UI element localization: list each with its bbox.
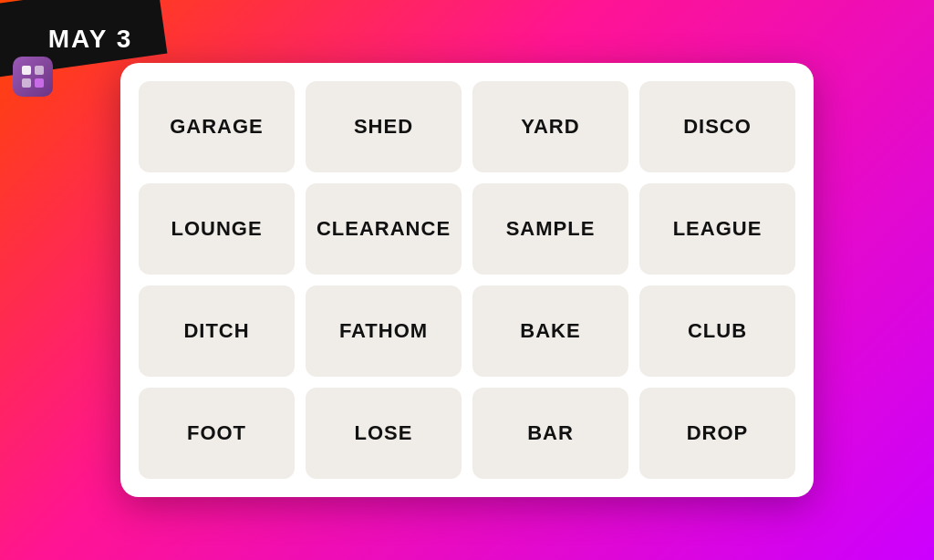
cell-lounge[interactable]: LOUNGE: [139, 183, 295, 275]
cell-label-lounge: LOUNGE: [171, 217, 262, 241]
app-icon-svg: [20, 64, 46, 89]
cell-label-yard: YARD: [521, 115, 579, 139]
cell-lose[interactable]: LOSE: [306, 388, 462, 479]
svg-rect-0: [22, 66, 31, 75]
cell-label-lose: LOSE: [355, 421, 413, 445]
cell-bar[interactable]: BAR: [472, 388, 628, 479]
cell-club[interactable]: CLUB: [639, 285, 795, 377]
cell-label-ditch: DITCH: [183, 319, 249, 343]
cell-clearance[interactable]: CLEARANCE: [306, 183, 462, 275]
cell-disco[interactable]: DISCO: [639, 81, 795, 172]
date-text: MAY 3: [48, 25, 133, 54]
cell-foot[interactable]: FOOT: [139, 388, 295, 479]
cell-ditch[interactable]: DITCH: [139, 285, 295, 377]
cell-shed[interactable]: SHED: [306, 81, 462, 172]
cell-label-clearance: CLEARANCE: [317, 217, 451, 241]
cell-bake[interactable]: BAKE: [472, 285, 628, 377]
cell-league[interactable]: LEAGUE: [639, 183, 795, 275]
cell-label-shed: SHED: [354, 115, 413, 139]
cell-sample[interactable]: SAMPLE: [472, 183, 628, 275]
word-grid: GARAGESHEDYARDDISCOLOUNGECLEARANCESAMPLE…: [139, 81, 795, 479]
cell-label-club: CLUB: [688, 319, 747, 343]
cell-fathom[interactable]: FATHOM: [306, 285, 462, 377]
cell-label-fathom: FATHOM: [339, 319, 428, 343]
cell-label-league: LEAGUE: [673, 217, 763, 241]
cell-yard[interactable]: YARD: [472, 81, 628, 172]
main-card: GARAGESHEDYARDDISCOLOUNGECLEARANCESAMPLE…: [120, 63, 814, 497]
cell-label-sample: SAMPLE: [506, 217, 596, 241]
app-icon[interactable]: [13, 57, 53, 97]
cell-label-bar: BAR: [527, 421, 574, 445]
cell-drop[interactable]: DROP: [639, 388, 795, 479]
cell-garage[interactable]: GARAGE: [139, 81, 295, 172]
cell-label-garage: GARAGE: [170, 115, 264, 139]
svg-rect-1: [35, 66, 44, 75]
svg-rect-2: [22, 78, 31, 88]
cell-label-bake: BAKE: [520, 319, 580, 343]
cell-label-disco: DISCO: [683, 115, 752, 139]
cell-label-drop: DROP: [687, 421, 749, 445]
cell-label-foot: FOOT: [187, 421, 246, 445]
svg-rect-3: [35, 78, 44, 88]
